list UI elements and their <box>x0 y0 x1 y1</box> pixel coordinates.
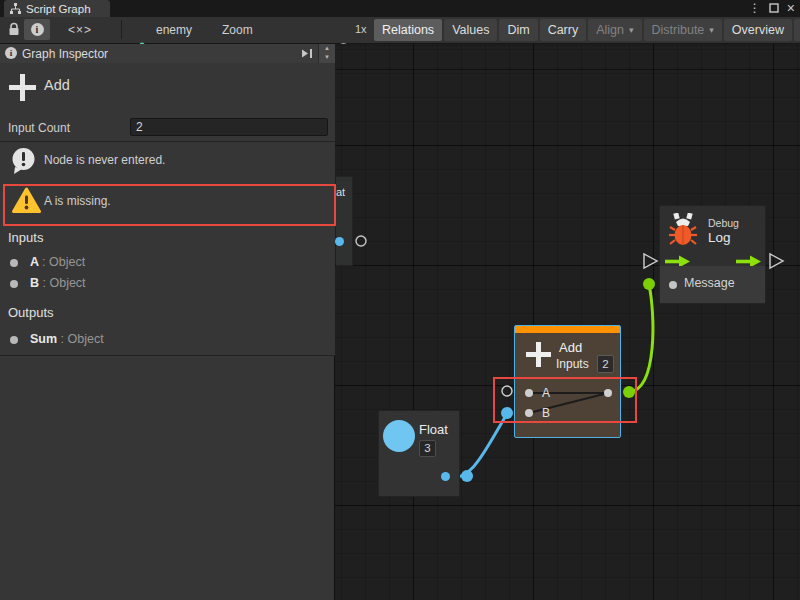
port-name: A <box>30 255 39 269</box>
values-button[interactable]: Values <box>444 19 497 41</box>
port-type: : Object <box>42 255 85 269</box>
speech-bubble-icon <box>10 147 37 175</box>
debug-node-title: Log <box>708 230 731 245</box>
overview-button[interactable]: Overview <box>724 19 792 41</box>
info-message-row: Node is never entered. <box>0 142 335 180</box>
input-count-row: Input Count <box>0 114 335 142</box>
inspector-header: i Graph Inspector ▲ ▼ <box>0 44 335 64</box>
chevron-down-icon: ▾ <box>629 25 634 35</box>
hierarchy-icon <box>10 3 21 14</box>
info-icon: i <box>5 47 17 59</box>
port-type: : Object <box>43 276 86 290</box>
float-node-title: Float <box>419 422 448 437</box>
add-port-a-label[interactable]: A <box>542 386 550 400</box>
port-dot-icon <box>10 280 18 288</box>
port-dot-icon <box>525 409 533 417</box>
message-port-label[interactable]: Message <box>684 276 735 290</box>
port-dot-icon <box>604 389 612 397</box>
graph-name-label[interactable]: enemy <box>156 23 192 37</box>
distribute-dropdown[interactable]: Distribute▾ <box>644 19 722 41</box>
port-name: B <box>30 276 39 290</box>
carry-button[interactable]: Carry <box>540 19 587 41</box>
output-port-row-sum: Sum : Object <box>0 329 335 350</box>
inspector-scroll-steppers: ▲ ▼ <box>318 44 335 63</box>
port-dot-icon <box>525 389 533 397</box>
tab-script-graph[interactable]: Script Graph <box>4 0 110 17</box>
warning-message-text: A is missing. <box>44 194 111 208</box>
graph-canvas[interactable] <box>335 44 800 600</box>
info-toggle-button[interactable]: i <box>24 19 50 40</box>
bug-icon <box>669 213 697 247</box>
info-message-text: Node is never entered. <box>44 153 165 167</box>
maximize-icon[interactable] <box>769 3 779 13</box>
float-output-port[interactable] <box>441 472 450 481</box>
dim-button[interactable]: Dim <box>499 19 537 41</box>
close-icon[interactable]: × <box>787 1 795 15</box>
float-icon <box>383 420 415 452</box>
tab-label: Script Graph <box>26 3 91 15</box>
zoom-value: 1x <box>355 23 367 35</box>
port-dot-icon[interactable] <box>669 281 677 289</box>
add-port-b-label[interactable]: B <box>542 406 550 420</box>
debug-log-node[interactable]: Debug Log Message <box>659 205 766 304</box>
debug-node-category: Debug <box>708 217 739 229</box>
input-port-row-a: A : Object <box>0 252 335 273</box>
add-node-selected[interactable]: Add Inputs 2 A B <box>514 325 621 438</box>
warning-message-row: A is missing. <box>0 179 335 224</box>
port-dot-icon <box>10 259 18 267</box>
graph-inspector-panel: i Graph Inspector ▲ ▼ Add Input Count <box>0 44 335 600</box>
toolbar-separator <box>121 20 122 39</box>
title-bar: Script Graph ⋮ × <box>0 0 800 17</box>
input-port-row-b: B : Object <box>0 273 335 294</box>
chevron-down-icon: ▾ <box>709 25 714 35</box>
scroll-up-icon[interactable]: ▲ <box>319 44 335 53</box>
port-dot-icon[interactable] <box>335 237 344 246</box>
relations-button[interactable]: Relations <box>374 19 442 41</box>
inspected-node-title: Add <box>44 77 70 93</box>
align-dropdown[interactable]: Align▾ <box>588 19 641 41</box>
input-count-field[interactable] <box>130 118 328 136</box>
partial-node-label: at <box>336 186 345 198</box>
outputs-section: Outputs Sum : Object <box>0 296 335 356</box>
partial-float-node[interactable]: at <box>336 176 353 266</box>
unity-script-graph-window: Script Graph ⋮ × i <×> enemy Zoom 1x <box>0 0 800 600</box>
warning-icon <box>12 187 41 214</box>
inputs-header: Inputs <box>8 230 43 245</box>
port-dot-icon <box>10 336 18 344</box>
outputs-header: Outputs <box>8 305 54 320</box>
lock-icon[interactable] <box>8 22 20 37</box>
inspector-title: Graph Inspector <box>22 47 108 61</box>
toolbar-buttons: Relations Values Dim Carry Align▾ Distri… <box>374 19 800 41</box>
input-count-label: Input Count <box>8 121 70 135</box>
scroll-down-icon[interactable]: ▼ <box>319 53 335 62</box>
menu-icon[interactable]: ⋮ <box>749 1 761 15</box>
inputs-section: Inputs A : Object B : Object <box>0 223 335 297</box>
code-preview-icon[interactable]: <×> <box>68 23 92 37</box>
plus-icon <box>8 73 37 102</box>
port-type: : Object <box>61 332 104 346</box>
node-title-section: Add <box>0 63 335 115</box>
debug-node-port-area: Message <box>660 266 765 303</box>
window-controls: ⋮ × <box>749 1 795 15</box>
relations-lines <box>515 326 620 437</box>
float-node[interactable]: Float 3 <box>378 410 460 497</box>
zoom-label: Zoom <box>222 23 253 37</box>
float-value-field[interactable]: 3 <box>419 440 436 457</box>
full-screen-button[interactable]: Full Screen <box>794 19 800 41</box>
toolbar: i <×> enemy Zoom 1x Relations Values Dim… <box>0 17 800 44</box>
port-name: Sum <box>30 332 57 346</box>
info-icon: i <box>31 23 44 36</box>
dock-icon[interactable] <box>299 46 315 60</box>
